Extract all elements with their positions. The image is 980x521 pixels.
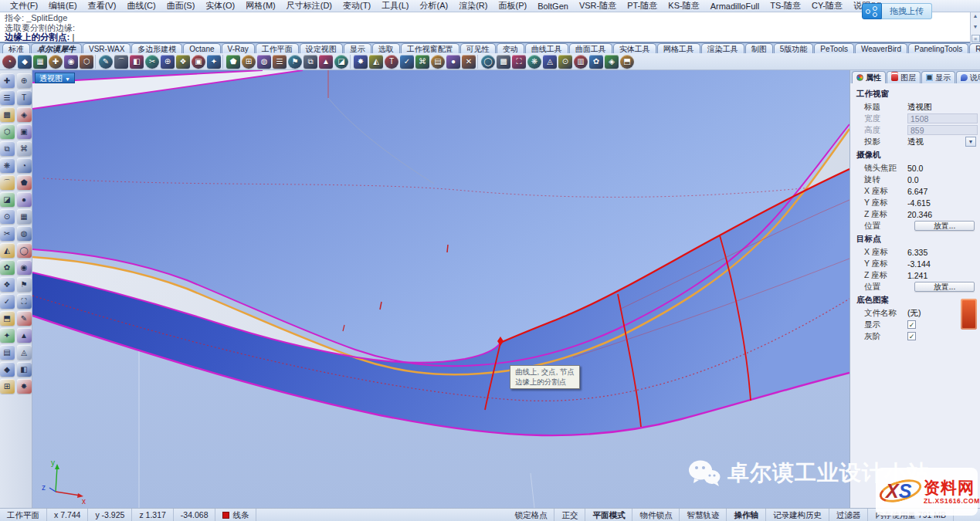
place-button[interactable]: 放置... — [914, 282, 975, 292]
tool-icon[interactable]: ⧉ — [0, 141, 15, 156]
toolbar-tab[interactable]: 曲面工具 — [569, 43, 612, 53]
command-history[interactable]: 指令: _SplitEdge 选取要分割的边缘: 边缘上的分割点: | — [0, 12, 980, 43]
tool-icon[interactable]: ☰ — [0, 90, 15, 105]
tool-icon[interactable]: ⬟ — [226, 55, 240, 69]
tool-icon[interactable]: ▲ — [319, 55, 333, 69]
tool-icon[interactable]: ⬡ — [0, 124, 15, 139]
status-field[interactable]: 工作平面 — [0, 509, 47, 521]
tool-icon[interactable]: ◧ — [17, 362, 32, 377]
menu-item[interactable]: 查看(V) — [83, 0, 122, 12]
panel-tab[interactable]: 图层 — [887, 71, 921, 83]
viewport-canvas[interactable]: y x z — [32, 70, 849, 508]
tool-icon[interactable]: ⬡ — [80, 55, 93, 69]
place-button[interactable]: 放置... — [914, 221, 975, 231]
toolbar-tab[interactable]: 网格工具 — [657, 43, 700, 53]
toolbar-tab[interactable]: 工作平面 — [256, 43, 299, 53]
menu-item[interactable]: 渲染(R) — [453, 0, 493, 12]
toolbar-tab[interactable]: WeaverBird — [855, 43, 907, 53]
menu-item[interactable]: TS-随意 — [765, 0, 806, 12]
property-value[interactable]: -4.615 — [907, 198, 978, 208]
property-value[interactable]: 20.346 — [907, 210, 978, 219]
tool-icon[interactable]: ✚ — [49, 55, 63, 69]
status-field[interactable]: 线条 — [215, 509, 256, 521]
tool-icon[interactable]: ⊕ — [17, 73, 32, 88]
toolbar-tab[interactable]: 选取 — [372, 43, 400, 53]
toolbar-tab[interactable]: 制图 — [745, 43, 773, 53]
checkbox[interactable]: ✓ — [907, 320, 916, 329]
tool-icon[interactable]: ✎ — [17, 311, 32, 326]
command-scrollbar[interactable]: ▲ ▼ ≡ — [970, 12, 980, 43]
tool-icon[interactable]: ❋ — [527, 55, 541, 69]
toolbar-tab[interactable]: 卓尔谟犀牛 — [31, 43, 82, 53]
tool-icon[interactable]: ✓ — [0, 294, 15, 309]
tool-icon[interactable]: T — [17, 90, 32, 105]
menu-item[interactable]: 编辑(E) — [43, 0, 83, 12]
tool-icon[interactable]: ● — [446, 55, 460, 69]
tool-icon[interactable]: ⌒ — [114, 55, 128, 69]
tool-icon[interactable]: ◉ — [17, 260, 32, 275]
panel-tab[interactable]: 属性 — [852, 71, 886, 83]
dropdown-arrow-icon[interactable]: ▼ — [965, 137, 976, 147]
tool-icon[interactable]: ◯ — [17, 243, 32, 258]
menu-item[interactable]: 尺寸标注(D) — [281, 0, 337, 12]
tool-icon[interactable]: ◍ — [257, 55, 271, 69]
menu-item[interactable]: 曲面(S) — [161, 0, 201, 12]
tool-icon[interactable]: ▲ — [17, 328, 32, 343]
property-value[interactable]: 透视 — [907, 137, 924, 147]
tool-icon[interactable]: ⊙ — [558, 55, 572, 69]
status-toggle[interactable]: 操作轴 — [727, 509, 766, 521]
property-value[interactable]: 1.241 — [907, 271, 978, 280]
menu-item[interactable]: VSR-随意 — [574, 0, 622, 12]
tool-icon[interactable]: ☰ — [273, 55, 287, 69]
checkbox[interactable]: ✓ — [907, 332, 916, 340]
tool-icon[interactable]: ✸ — [17, 379, 32, 394]
tool-icon[interactable]: ✓ — [400, 55, 414, 69]
tool-icon[interactable]: ◔ — [2, 55, 16, 69]
tool-icon[interactable]: ◆ — [0, 362, 15, 377]
menu-item[interactable]: 工具(L) — [376, 0, 414, 12]
tool-icon[interactable]: ❋ — [0, 158, 15, 173]
toolbar-tab[interactable]: 5版功能 — [774, 43, 814, 53]
tool-icon[interactable]: ◍ — [17, 226, 32, 241]
status-toggle[interactable]: 锁定格点 — [507, 509, 554, 521]
tool-icon[interactable]: ⛶ — [512, 55, 526, 69]
menu-item[interactable]: ArmadilloFull — [705, 2, 765, 11]
tool-icon[interactable]: ▩ — [497, 55, 510, 69]
tool-icon[interactable]: ◧ — [130, 55, 144, 69]
tool-icon[interactable]: ▦ — [17, 209, 32, 224]
menu-item[interactable]: 面板(P) — [493, 0, 532, 12]
menu-item[interactable]: PT-随意 — [622, 0, 663, 12]
upload-button[interactable]: 拖拽上传 — [862, 3, 932, 19]
toolbar-tab[interactable]: PeTools — [814, 43, 854, 53]
tool-icon[interactable]: ● — [17, 192, 32, 207]
status-toggle[interactable]: 平面模式 — [585, 509, 632, 521]
tool-icon[interactable]: ◪ — [0, 192, 15, 207]
menu-item[interactable]: BoltGen — [532, 2, 574, 11]
panel-tab[interactable]: 显示 — [921, 71, 955, 83]
property-value[interactable]: 6.647 — [907, 187, 978, 196]
menu-item[interactable]: 变动(T) — [337, 0, 376, 12]
tool-icon[interactable]: ▥ — [574, 55, 588, 69]
tool-icon[interactable]: ✦ — [207, 55, 221, 69]
tool-icon[interactable]: ◬ — [543, 55, 557, 69]
toolbar-tab[interactable]: Octane — [183, 43, 220, 53]
tool-icon[interactable]: ⬟ — [17, 175, 32, 190]
tool-icon[interactable]: ⌒ — [0, 175, 15, 190]
toolbar-tab[interactable]: 标准 — [2, 43, 30, 53]
menu-item[interactable]: 分析(A) — [415, 0, 454, 12]
command-prompt-line[interactable]: 边缘上的分割点: | — [5, 32, 975, 42]
tool-icon[interactable]: ⊞ — [242, 55, 256, 69]
tool-icon[interactable]: ◬ — [17, 345, 32, 360]
property-value[interactable]: 0.0 — [907, 175, 978, 184]
tool-icon[interactable]: ◭ — [0, 243, 15, 258]
viewport-title[interactable]: 透视图▼ — [35, 73, 75, 83]
property-value[interactable]: 50.0 — [907, 164, 978, 173]
tool-icon[interactable]: ◭ — [369, 55, 383, 69]
status-toggle[interactable]: 记录建构历史 — [766, 509, 829, 521]
tool-icon[interactable]: ❖ — [176, 55, 190, 69]
tool-icon[interactable]: ✚ — [0, 73, 15, 88]
tool-icon[interactable]: ⊕ — [161, 55, 175, 69]
toolbar-tab[interactable]: 显示 — [344, 43, 371, 53]
status-toggle[interactable]: 智慧轨迹 — [680, 509, 727, 521]
toolbar-tab[interactable]: 变动 — [497, 43, 524, 53]
